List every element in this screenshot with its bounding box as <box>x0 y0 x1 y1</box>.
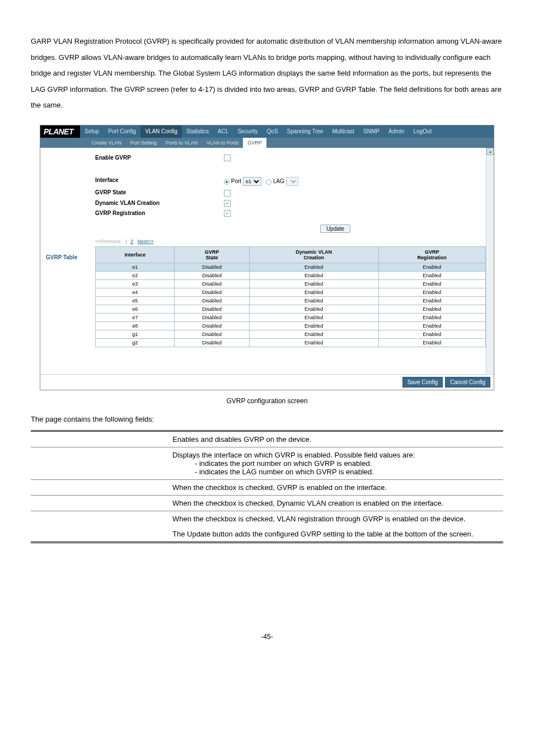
main-panel: ▴ Enable GVRP Interface Port e1 LAG GVRP… <box>87 148 494 374</box>
label-enable-gvrp: Enable GVRP <box>95 155 224 161</box>
update-button[interactable]: Update <box>320 225 350 233</box>
table-row[interactable]: e2DisabledEnabledEnabled <box>96 272 486 280</box>
field-desc: Enables and disables GVRP on the device. <box>168 431 503 447</box>
sub-tab-vlan-to-ports[interactable]: VLAN to Ports <box>202 138 243 148</box>
table-cell: e8 <box>96 322 175 330</box>
checkbox-gvrp-state[interactable] <box>224 190 231 197</box>
field-desc: Displays the interface on which GVRP is … <box>168 447 503 480</box>
table-cell: Enabled <box>249 297 378 305</box>
gvrp-table-title: GVRP Table <box>40 254 87 260</box>
cancel-config-button[interactable]: Cancel Config <box>445 377 490 388</box>
table-cell: Disabled <box>175 288 249 297</box>
table-row[interactable]: e3DisabledEnabledEnabled <box>96 280 486 288</box>
checkbox-enable-gvrp[interactable] <box>224 155 231 161</box>
table-cell: e1 <box>96 263 175 272</box>
table-cell: Enabled <box>249 288 378 297</box>
label-interface: Interface <box>95 177 224 186</box>
table-cell: Disabled <box>175 272 249 280</box>
pager-next[interactable]: Next>> <box>138 239 154 244</box>
select-port[interactable]: e1 <box>243 177 261 186</box>
top-tab-security[interactable]: Security <box>233 125 262 138</box>
table-cell: Enabled <box>378 305 485 314</box>
checkbox-dynamic-vlan[interactable] <box>224 200 231 207</box>
sidebar: GVRP Table <box>40 148 87 374</box>
vertical-scrollbar[interactable]: ▴ <box>486 148 494 374</box>
table-cell: Enabled <box>249 322 378 330</box>
sub-tab-gvrp[interactable]: GVRP <box>243 138 266 148</box>
label-gvrp-state: GVRP State <box>95 189 224 196</box>
table-cell: Enabled <box>378 339 485 347</box>
table-cell: Enabled <box>378 314 485 322</box>
footer-bar: Save Config Cancel Config <box>40 374 494 390</box>
label-port: Port <box>231 178 241 184</box>
top-tab-spanning-tree[interactable]: Spanning Tree <box>283 125 328 138</box>
table-cell: Enabled <box>378 322 485 330</box>
table-cell: e5 <box>96 297 175 305</box>
table-row[interactable]: e8DisabledEnabledEnabled <box>96 322 486 330</box>
sub-tab-ports-to-vlan[interactable]: Ports to VLAN <box>161 138 202 148</box>
checkbox-gvrp-registration[interactable] <box>224 210 231 217</box>
save-config-button[interactable]: Save Config <box>402 377 443 388</box>
table-cell: Disabled <box>175 280 249 288</box>
fields-intro: The page contains the following fields: <box>31 415 503 423</box>
table-cell: Disabled <box>175 330 249 339</box>
top-tab-logout[interactable]: LogOut <box>409 125 436 138</box>
table-cell: Enabled <box>249 314 378 322</box>
table-cell: g2 <box>96 339 175 347</box>
top-tab-vlan-config[interactable]: VLAN Config <box>140 125 182 138</box>
top-tab-port-config[interactable]: Port Config <box>104 125 140 138</box>
top-tab-snmp[interactable]: SNMP <box>359 125 384 138</box>
top-tab-qos[interactable]: QoS <box>263 125 283 138</box>
table-cell: Enabled <box>378 263 485 272</box>
table-cell: Disabled <box>175 339 249 347</box>
table-cell: Enabled <box>378 288 485 297</box>
field-desc: When the checkbox is checked, Dynamic VL… <box>168 496 503 511</box>
topbar: PLANET SetupPort ConfigVLAN ConfigStatis… <box>40 125 494 138</box>
table-cell: Enabled <box>249 272 378 280</box>
table-row[interactable]: e6DisabledEnabledEnabled <box>96 305 486 314</box>
column-header: GVRPState <box>175 247 249 263</box>
label-gvrp-registration: GVRP Registration <box>95 210 224 217</box>
top-tabs: SetupPort ConfigVLAN ConfigStatisticsACL… <box>80 125 494 138</box>
table-row[interactable]: g1DisabledEnabledEnabled <box>96 330 486 339</box>
field-desc: The Update button adds the configured GV… <box>168 526 503 543</box>
sub-tab-create-vlan[interactable]: Create VLAN <box>87 138 126 148</box>
field-desc: When the checkbox is checked, GVRP is en… <box>168 480 503 496</box>
sub-tabs: Create VLANPort SettingPorts to VLANVLAN… <box>40 138 494 148</box>
top-tab-setup[interactable]: Setup <box>80 125 104 138</box>
column-header: GVRPRegistration <box>378 247 485 263</box>
select-lag[interactable] <box>286 177 298 186</box>
screenshot-container: PLANET SetupPort ConfigVLAN ConfigStatis… <box>40 125 494 390</box>
table-row[interactable]: e5DisabledEnabledEnabled <box>96 297 486 305</box>
table-cell: Enabled <box>378 297 485 305</box>
table-cell: Enabled <box>249 339 378 347</box>
table-cell: e3 <box>96 280 175 288</box>
top-tab-acl[interactable]: ACL <box>213 125 233 138</box>
table-row[interactable]: g2DisabledEnabledEnabled <box>96 339 486 347</box>
radio-port[interactable] <box>224 179 229 185</box>
pager-page-2[interactable]: 2 <box>130 239 133 244</box>
table-cell: Disabled <box>175 314 249 322</box>
table-cell: Disabled <box>175 263 249 272</box>
table-cell: e2 <box>96 272 175 280</box>
table-cell: Disabled <box>175 322 249 330</box>
field-desc: When the checkbox is checked, VLAN regis… <box>168 511 503 527</box>
figure-caption: GVRP configuration screen <box>31 397 503 405</box>
scroll-up-icon[interactable]: ▴ <box>486 148 494 155</box>
table-cell: Enabled <box>249 263 378 272</box>
table-row[interactable]: e7DisabledEnabledEnabled <box>96 314 486 322</box>
radio-lag[interactable] <box>266 179 271 185</box>
pager-page-1: 1 <box>125 239 128 244</box>
table-row[interactable]: e1DisabledEnabledEnabled <box>96 263 486 272</box>
top-tab-statistics[interactable]: Statistics <box>182 125 213 138</box>
top-tab-multicast[interactable]: Multicast <box>328 125 359 138</box>
pager-prev: <<Previous <box>95 239 121 244</box>
table-row[interactable]: e4DisabledEnabledEnabled <box>96 288 486 297</box>
pager: <<Previous 1 2 Next>> <box>95 239 486 244</box>
label-lag: LAG <box>273 178 284 184</box>
top-tab-admin[interactable]: Admin <box>384 125 409 138</box>
sub-tab-port-setting[interactable]: Port Setting <box>126 138 161 148</box>
table-cell: Enabled <box>249 305 378 314</box>
table-cell: Enabled <box>378 272 485 280</box>
table-cell: g1 <box>96 330 175 339</box>
